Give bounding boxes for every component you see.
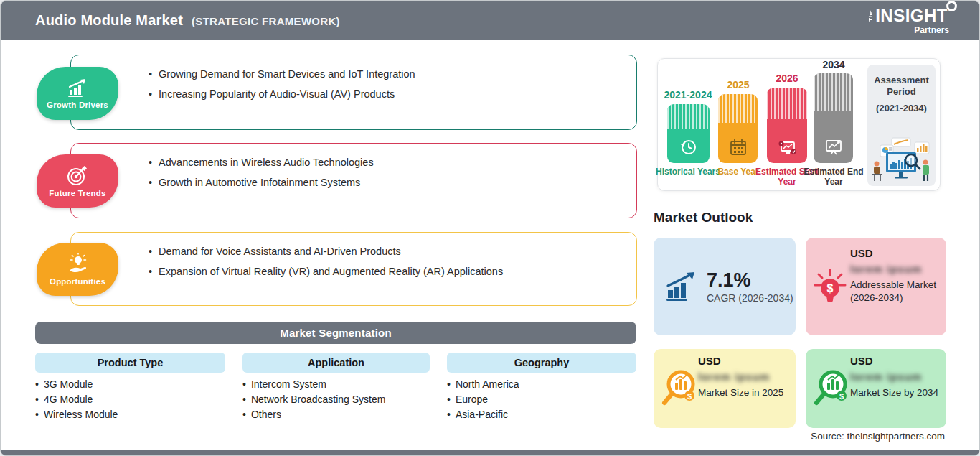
list-item: Intercom System [242, 377, 385, 392]
presentation-icon [824, 138, 844, 157]
history-clock-icon [679, 138, 698, 157]
list-item: Europe [447, 392, 519, 407]
segmentation-col-geography: Geography [447, 353, 636, 373]
assessment-range: (2021-2034) [867, 103, 936, 113]
bar-year-label: 2021-2024 [654, 89, 722, 101]
idea-hand-icon [65, 253, 90, 275]
product-type-list: 3G Module 4G Module Wireless Module [35, 377, 118, 422]
cagr-label: CAGR (2026-2034) [707, 292, 793, 304]
magnifier-chart-green-icon: $ [813, 368, 850, 409]
list-item: Wireless Module [35, 407, 118, 422]
logo-the: The [868, 10, 874, 22]
assessment-period-panel: Assessment Period (2021-2034) [867, 65, 936, 186]
badge-label: Growth Drivers [47, 101, 108, 109]
list-item: Others [242, 407, 385, 422]
base-year-bar [718, 94, 758, 163]
magnifier-chart-orange-icon: $ [661, 368, 698, 409]
source-attribution: Source: theinsightpartners.com [811, 431, 945, 442]
application-list: Intercom System Network Broadcasting Sys… [242, 377, 385, 422]
growth-bars-arrow-icon [665, 271, 698, 302]
svg-text:$: $ [839, 392, 844, 401]
logo-partners: Partners [914, 26, 949, 34]
cagr-value: 7.1% [707, 269, 793, 291]
page-title: Audio Module Market [35, 12, 183, 29]
calendar-icon [729, 138, 748, 157]
card-body: USD lorem ipsum Market Size by 2034 [850, 355, 939, 399]
historical-years-bar [667, 104, 710, 163]
list-item: Increasing Popularity of Audio-Visual (A… [149, 88, 622, 101]
estimated-end-year-bar [814, 73, 853, 163]
opportunities-list: Demand for Voice Assistants and AI-Drive… [71, 233, 636, 278]
page-subtitle: (STRATEGIC FRAMEWORK) [192, 15, 340, 27]
svg-text:$: $ [687, 392, 692, 401]
currency-label: USD [850, 247, 939, 259]
bar-year-label: 2034 [799, 59, 868, 70]
card-label: Market Size by 2034 [850, 386, 939, 399]
header-titles: Audio Module Market (STRATEGIC FRAMEWORK… [35, 12, 340, 29]
list-item: Growing Demand for Smart Devices and IoT… [149, 68, 622, 80]
magnifier-ring-icon [946, 1, 957, 11]
assessment-line: Assessment [867, 75, 936, 86]
svg-text:$: $ [827, 282, 834, 294]
list-item: Expansion of Virtual Reality (VR) and Au… [149, 266, 622, 278]
bottom-divider-bar [1, 450, 979, 455]
list-item: Asia-Pacific [447, 407, 519, 422]
list-item: North America [447, 377, 519, 392]
growth-drivers-list: Growing Demand for Smart Devices and IoT… [71, 55, 636, 101]
addressable-market-card: $ USD lorem ipsum Addressable Market (20… [806, 238, 946, 335]
dollar-bulb-icon: $ [813, 266, 847, 307]
cagr-text: 7.1% CAGR (2026-2034) [707, 269, 793, 304]
future-trends-badge: Future Trends [37, 154, 118, 208]
future-trends-list: Advancements in Wireless Audio Technolog… [71, 144, 636, 189]
segmentation-col-application: Application [242, 353, 430, 373]
analysts-illustration [870, 136, 933, 182]
list-item: Growth in Automotive Infotainment System… [149, 177, 622, 189]
infographic-page: Audio Module Market (STRATEGIC FRAMEWORK… [0, 0, 980, 456]
growth-chart-icon [65, 78, 90, 98]
market-size-2025-card: $ USD lorem ipsum Market Size in 2025 [654, 349, 796, 428]
card-label: Market Size in 2025 [698, 386, 788, 399]
growth-drivers-badge: Growth Drivers [37, 67, 118, 120]
card-body: USD lorem ipsum Addressable Market (2026… [850, 247, 939, 304]
bar-caption: Estimated End Year [801, 167, 867, 187]
list-item: Advancements in Wireless Audio Technolog… [149, 157, 622, 169]
market-outlook-title: Market Outlook [654, 210, 753, 225]
bar-year-label: 2026 [753, 73, 821, 84]
segmentation-col-product-type: Product Type [35, 353, 225, 373]
geography-list: North America Europe Asia-Pacific [447, 377, 519, 422]
insight-partners-logo: The INSIGHT Partners [868, 7, 948, 34]
list-item: Demand for Voice Assistants and AI-Drive… [149, 246, 622, 258]
list-item: Network Broadcasting System [242, 392, 385, 407]
logo-top: The INSIGHT [868, 7, 948, 24]
currency-label: USD [850, 355, 939, 367]
logo-insight: INSIGHT [875, 7, 948, 24]
estimated-start-year-bar [767, 88, 807, 163]
blurred-value: lorem ipsum [698, 371, 788, 383]
growth-drivers-box: Growing Demand for Smart Devices and IoT… [70, 55, 637, 130]
card-label: Addressable Market (2026-2034) [850, 279, 939, 304]
opportunities-box: Demand for Voice Assistants and AI-Drive… [70, 232, 637, 306]
forecast-monitor-icon [777, 138, 797, 157]
card-body: USD lorem ipsum Market Size in 2025 [698, 355, 788, 399]
market-segmentation-title: Market Segmentation [35, 322, 636, 344]
list-item: 4G Module [35, 392, 118, 407]
blurred-value: lorem ipsum [850, 263, 939, 275]
blurred-value: lorem ipsum [850, 371, 939, 383]
timeline-chart-card: 2021-2024 2025 2026 2034 [657, 58, 941, 191]
opportunities-badge: Opportunities [37, 243, 118, 296]
currency-label: USD [698, 355, 788, 367]
market-size-2034-card: $ USD lorem ipsum Market Size by 2034 [806, 349, 946, 428]
list-item: 3G Module [35, 377, 118, 392]
badge-label: Future Trends [49, 189, 105, 197]
assessment-line: Period [867, 86, 936, 98]
cagr-card: 7.1% CAGR (2026-2034) [654, 238, 796, 335]
header-bar: Audio Module Market (STRATEGIC FRAMEWORK… [1, 1, 979, 40]
badge-label: Opportunities [50, 277, 105, 286]
future-trends-box: Advancements in Wireless Audio Technolog… [70, 143, 637, 218]
target-icon [66, 165, 89, 187]
